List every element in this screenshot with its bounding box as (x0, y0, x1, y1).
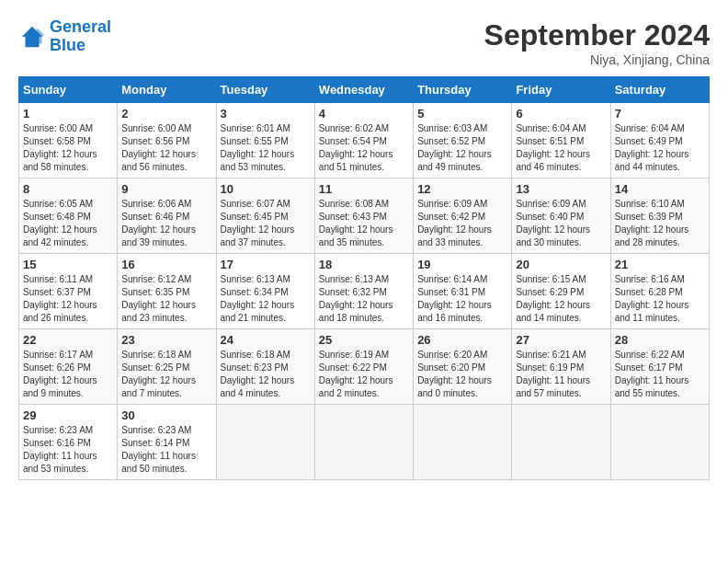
calendar-cell: 16 Sunrise: 6:12 AM Sunset: 6:35 PM Dayl… (118, 254, 216, 329)
day-info: Sunrise: 6:20 AM Sunset: 6:20 PM Dayligh… (417, 349, 507, 400)
day-number: 4 (319, 107, 409, 121)
day-info: Sunrise: 6:02 AM Sunset: 6:54 PM Dayligh… (319, 122, 409, 174)
day-number: 5 (417, 107, 507, 121)
day-number: 19 (417, 258, 507, 271)
day-info: Sunrise: 6:13 AM Sunset: 6:32 PM Dayligh… (319, 273, 409, 325)
day-info: Sunrise: 6:03 AM Sunset: 6:52 PM Dayligh… (417, 122, 507, 174)
title-block: September 2024 Niya, Xinjiang, China (484, 18, 710, 67)
day-info: Sunrise: 6:11 AM Sunset: 6:37 PM Dayligh… (23, 273, 113, 325)
calendar-week-2: 8 Sunrise: 6:05 AM Sunset: 6:48 PM Dayli… (19, 178, 710, 254)
day-info: Sunrise: 6:18 AM Sunset: 6:25 PM Dayligh… (121, 349, 211, 400)
day-number: 11 (319, 182, 409, 196)
calendar-cell: 12 Sunrise: 6:09 AM Sunset: 6:42 PM Dayl… (414, 178, 512, 254)
day-info: Sunrise: 6:00 AM Sunset: 6:56 PM Dayligh… (121, 122, 211, 174)
calendar-cell: 27 Sunrise: 6:21 AM Sunset: 6:19 PM Dayl… (512, 329, 610, 405)
calendar-cell: 22 Sunrise: 6:17 AM Sunset: 6:26 PM Dayl… (19, 329, 118, 405)
calendar-cell: 14 Sunrise: 6:10 AM Sunset: 6:39 PM Dayl… (610, 178, 709, 254)
day-info: Sunrise: 6:17 AM Sunset: 6:26 PM Dayligh… (23, 349, 113, 400)
logo: General Blue (18, 18, 111, 55)
calendar-cell: 5 Sunrise: 6:03 AM Sunset: 6:52 PM Dayli… (414, 103, 512, 178)
day-info: Sunrise: 6:14 AM Sunset: 6:31 PM Dayligh… (417, 273, 507, 325)
day-info: Sunrise: 6:16 AM Sunset: 6:28 PM Dayligh… (615, 273, 705, 325)
day-number: 10 (221, 182, 311, 196)
calendar-table: SundayMondayTuesdayWednesdayThursdayFrid… (18, 76, 710, 480)
day-info: Sunrise: 6:18 AM Sunset: 6:23 PM Dayligh… (221, 349, 311, 400)
day-header-saturday: Saturday (610, 77, 709, 103)
day-header-tuesday: Tuesday (216, 77, 314, 103)
calendar-cell (314, 405, 413, 480)
day-number: 6 (516, 107, 606, 121)
calendar-cell: 24 Sunrise: 6:18 AM Sunset: 6:23 PM Dayl… (216, 329, 314, 405)
day-number: 29 (23, 408, 113, 422)
day-info: Sunrise: 6:21 AM Sunset: 6:19 PM Dayligh… (516, 349, 606, 400)
calendar-week-5: 29 Sunrise: 6:23 AM Sunset: 6:16 PM Dayl… (19, 405, 710, 480)
calendar-week-4: 22 Sunrise: 6:17 AM Sunset: 6:26 PM Dayl… (19, 329, 710, 405)
day-info: Sunrise: 6:10 AM Sunset: 6:39 PM Dayligh… (615, 198, 705, 249)
calendar-cell: 19 Sunrise: 6:14 AM Sunset: 6:31 PM Dayl… (414, 254, 512, 329)
day-number: 27 (516, 333, 606, 347)
day-number: 30 (121, 408, 211, 422)
day-info: Sunrise: 6:05 AM Sunset: 6:48 PM Dayligh… (23, 198, 113, 249)
day-info: Sunrise: 6:12 AM Sunset: 6:35 PM Dayligh… (121, 273, 211, 325)
day-info: Sunrise: 6:23 AM Sunset: 6:16 PM Dayligh… (23, 424, 113, 476)
day-info: Sunrise: 6:01 AM Sunset: 6:55 PM Dayligh… (221, 122, 311, 174)
day-number: 22 (23, 333, 113, 347)
day-header-wednesday: Wednesday (314, 77, 413, 103)
calendar-cell: 4 Sunrise: 6:02 AM Sunset: 6:54 PM Dayli… (314, 103, 413, 178)
day-info: Sunrise: 6:22 AM Sunset: 6:17 PM Dayligh… (615, 349, 705, 400)
calendar-cell: 17 Sunrise: 6:13 AM Sunset: 6:34 PM Dayl… (216, 254, 314, 329)
calendar-cell: 13 Sunrise: 6:09 AM Sunset: 6:40 PM Dayl… (512, 178, 610, 254)
day-number: 21 (615, 258, 705, 271)
calendar-cell: 23 Sunrise: 6:18 AM Sunset: 6:25 PM Dayl… (118, 329, 216, 405)
calendar-cell (512, 405, 610, 480)
day-number: 20 (516, 258, 606, 271)
day-number: 2 (121, 107, 211, 121)
location: Niya, Xinjiang, China (484, 52, 710, 67)
day-header-sunday: Sunday (19, 77, 118, 103)
calendar-cell: 25 Sunrise: 6:19 AM Sunset: 6:22 PM Dayl… (314, 329, 413, 405)
day-number: 8 (23, 182, 113, 196)
day-number: 12 (417, 182, 507, 196)
day-info: Sunrise: 6:15 AM Sunset: 6:29 PM Dayligh… (516, 273, 606, 325)
calendar-cell: 3 Sunrise: 6:01 AM Sunset: 6:55 PM Dayli… (216, 103, 314, 178)
day-info: Sunrise: 6:07 AM Sunset: 6:45 PM Dayligh… (221, 198, 311, 249)
day-info: Sunrise: 6:19 AM Sunset: 6:22 PM Dayligh… (319, 349, 409, 400)
day-info: Sunrise: 6:00 AM Sunset: 6:58 PM Dayligh… (23, 122, 113, 174)
calendar-cell: 1 Sunrise: 6:00 AM Sunset: 6:58 PM Dayli… (19, 103, 118, 178)
day-header-thursday: Thursday (414, 77, 512, 103)
day-info: Sunrise: 6:06 AM Sunset: 6:46 PM Dayligh… (121, 198, 211, 249)
calendar-cell: 18 Sunrise: 6:13 AM Sunset: 6:32 PM Dayl… (314, 254, 413, 329)
day-info: Sunrise: 6:23 AM Sunset: 6:14 PM Dayligh… (121, 424, 211, 476)
day-number: 23 (121, 333, 211, 347)
day-number: 9 (121, 182, 211, 196)
page-header: General Blue September 2024 Niya, Xinjia… (18, 18, 710, 67)
calendar-cell (414, 405, 512, 480)
calendar-cell (216, 405, 314, 480)
calendar-body: 1 Sunrise: 6:00 AM Sunset: 6:58 PM Dayli… (19, 103, 710, 480)
day-info: Sunrise: 6:08 AM Sunset: 6:43 PM Dayligh… (319, 198, 409, 249)
calendar-cell (610, 405, 709, 480)
calendar-week-1: 1 Sunrise: 6:00 AM Sunset: 6:58 PM Dayli… (19, 103, 710, 178)
day-info: Sunrise: 6:13 AM Sunset: 6:34 PM Dayligh… (221, 273, 311, 325)
day-number: 18 (319, 258, 409, 271)
calendar-cell: 7 Sunrise: 6:04 AM Sunset: 6:49 PM Dayli… (610, 103, 709, 178)
day-number: 13 (516, 182, 606, 196)
day-number: 3 (221, 107, 311, 121)
calendar-cell: 28 Sunrise: 6:22 AM Sunset: 6:17 PM Dayl… (610, 329, 709, 405)
day-number: 15 (23, 258, 113, 271)
day-number: 14 (615, 182, 705, 196)
calendar-week-3: 15 Sunrise: 6:11 AM Sunset: 6:37 PM Dayl… (19, 254, 710, 329)
calendar-cell: 10 Sunrise: 6:07 AM Sunset: 6:45 PM Dayl… (216, 178, 314, 254)
calendar-cell: 20 Sunrise: 6:15 AM Sunset: 6:29 PM Dayl… (512, 254, 610, 329)
calendar-cell: 26 Sunrise: 6:20 AM Sunset: 6:20 PM Dayl… (414, 329, 512, 405)
day-info: Sunrise: 6:09 AM Sunset: 6:42 PM Dayligh… (417, 198, 507, 249)
calendar-cell: 2 Sunrise: 6:00 AM Sunset: 6:56 PM Dayli… (118, 103, 216, 178)
day-header-monday: Monday (118, 77, 216, 103)
day-number: 17 (221, 258, 311, 271)
calendar-cell: 6 Sunrise: 6:04 AM Sunset: 6:51 PM Dayli… (512, 103, 610, 178)
calendar-cell: 30 Sunrise: 6:23 AM Sunset: 6:14 PM Dayl… (118, 405, 216, 480)
day-number: 16 (121, 258, 211, 271)
calendar-cell: 8 Sunrise: 6:05 AM Sunset: 6:48 PM Dayli… (19, 178, 118, 254)
calendar-cell: 9 Sunrise: 6:06 AM Sunset: 6:46 PM Dayli… (118, 178, 216, 254)
calendar-cell: 21 Sunrise: 6:16 AM Sunset: 6:28 PM Dayl… (610, 254, 709, 329)
